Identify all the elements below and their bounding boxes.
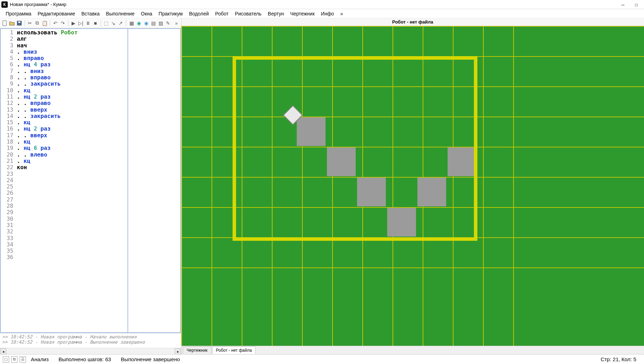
cut-icon[interactable]: ✂ — [27, 20, 33, 27]
undo-icon[interactable]: ↶ — [52, 20, 59, 27]
filled-cell — [297, 117, 326, 146]
new-icon[interactable] — [1, 20, 8, 27]
filled-cell — [327, 147, 356, 176]
menu-bar: ПрограммаРедактированиеВставкаВыполнение… — [0, 9, 644, 18]
window-title: Новая программа* - Кумир — [10, 2, 617, 7]
status-icon-a[interactable]: ▢ — [3, 356, 9, 363]
menu-item[interactable]: Окна — [138, 10, 155, 18]
tool-a-icon[interactable]: ⬚ — [103, 20, 109, 27]
wall-segment — [233, 237, 477, 241]
editor-pane: ✂ ⧉ 📋 ↶ ↷ ▶ ▷| ⏸ ■ ⬚ ↘ ↗ ▦ ◉ ◉ ▤ ▨ ✎ » — [0, 18, 181, 354]
actor4-icon[interactable]: ▤ — [150, 20, 157, 27]
menu-item[interactable]: Водолей — [186, 10, 212, 18]
step-icon[interactable]: ▷| — [78, 20, 84, 27]
code-area[interactable]: использовать Роботалгнач. вниз. вправо. … — [15, 29, 128, 332]
minimize-button[interactable]: — — [617, 1, 629, 8]
status-bar: ▢ ⧉ ☰ Анализ Выполнено шагов: 63 Выполне… — [0, 354, 644, 364]
run-icon[interactable]: ▶ — [70, 20, 76, 27]
filled-cell — [448, 147, 476, 176]
filled-cell — [417, 178, 446, 206]
status-cursor: Стр: 21, Кол: 5 — [596, 356, 641, 362]
wall-segment — [233, 56, 236, 241]
code-editor[interactable]: 1234567891011121314151617181920212223242… — [0, 28, 181, 333]
wall-segment — [474, 56, 477, 241]
actor5-icon[interactable]: ▨ — [157, 20, 164, 27]
redo-icon[interactable]: ↷ — [60, 20, 66, 27]
filled-cell — [387, 208, 416, 237]
actor-tabs: ЧертежникРобот - нет файла — [181, 346, 644, 354]
app-logo-icon: К — [1, 1, 8, 8]
actor1-icon[interactable]: ▦ — [128, 20, 135, 27]
menu-item[interactable]: » — [337, 10, 346, 18]
tab[interactable]: Чертежник — [183, 346, 212, 354]
save-icon[interactable] — [16, 20, 22, 27]
status-icon-b[interactable]: ⧉ — [11, 356, 18, 363]
robot-field[interactable] — [181, 26, 644, 346]
status-icon-c[interactable]: ☰ — [20, 356, 26, 363]
menu-item[interactable]: Вставка — [79, 10, 102, 18]
wall-segment — [233, 56, 477, 60]
robot-pane: Робот - нет файла ЧертежникРобот - нет ф… — [181, 18, 644, 354]
menu-item[interactable]: Программа — [3, 10, 34, 18]
editor-aux-panel — [128, 29, 180, 332]
line-gutter: 1234567891011121314151617181920212223242… — [1, 29, 15, 332]
open-icon[interactable] — [9, 20, 15, 27]
status-analysis: Анализ — [26, 356, 54, 362]
copy-icon[interactable]: ⧉ — [34, 20, 40, 27]
menu-item[interactable]: Вертун — [265, 10, 287, 18]
title-bar: К Новая программа* - Кумир — ☐ — [0, 0, 644, 9]
toolbar: ✂ ⧉ 📋 ↶ ↷ ▶ ▷| ⏸ ■ ⬚ ↘ ↗ ▦ ◉ ◉ ▤ ▨ ✎ » — [0, 18, 181, 28]
maximize-button[interactable]: ☐ — [630, 1, 643, 8]
scroll-left-icon[interactable]: ◂ — [0, 348, 6, 355]
svg-rect-2 — [18, 21, 20, 23]
tab[interactable]: Робот - нет файла — [212, 346, 256, 354]
scroll-right-icon[interactable]: ▸ — [175, 348, 181, 355]
svg-rect-0 — [3, 21, 6, 26]
paste-icon[interactable]: 📋 — [41, 20, 48, 27]
menu-item[interactable]: Инфо — [318, 10, 337, 18]
menu-item[interactable]: Редактирование — [35, 10, 78, 18]
actor3-icon[interactable]: ◉ — [143, 20, 149, 27]
actor2-icon[interactable]: ◉ — [136, 20, 142, 27]
horizontal-scrollbar[interactable]: ◂ ▸ — [0, 348, 181, 354]
menu-item[interactable]: Выполнение — [103, 10, 137, 18]
menu-item[interactable]: Чертежник — [287, 10, 317, 18]
tool-b-icon[interactable]: ↘ — [110, 20, 117, 27]
status-state: Выполнение завершено — [116, 356, 185, 362]
menu-item[interactable]: Рисователь — [232, 10, 264, 18]
menu-item[interactable]: Робот — [212, 10, 231, 18]
pause-icon[interactable]: ⏸ — [85, 20, 91, 27]
status-steps: Выполнено шагов: 63 — [54, 356, 116, 362]
console-output: >> 10:42:52 - Новая программа - Начало в… — [0, 333, 181, 348]
menu-item[interactable]: Практикум — [156, 10, 186, 18]
robot-panel-title: Робот - нет файла — [181, 18, 644, 26]
scroll-track[interactable] — [6, 348, 175, 354]
filled-cell — [357, 178, 386, 206]
actor6-icon[interactable]: ✎ — [165, 20, 171, 27]
stop-icon[interactable]: ■ — [92, 20, 99, 27]
toolbar-overflow-icon[interactable]: » — [173, 20, 180, 27]
tool-c-icon[interactable]: ↗ — [118, 20, 124, 27]
